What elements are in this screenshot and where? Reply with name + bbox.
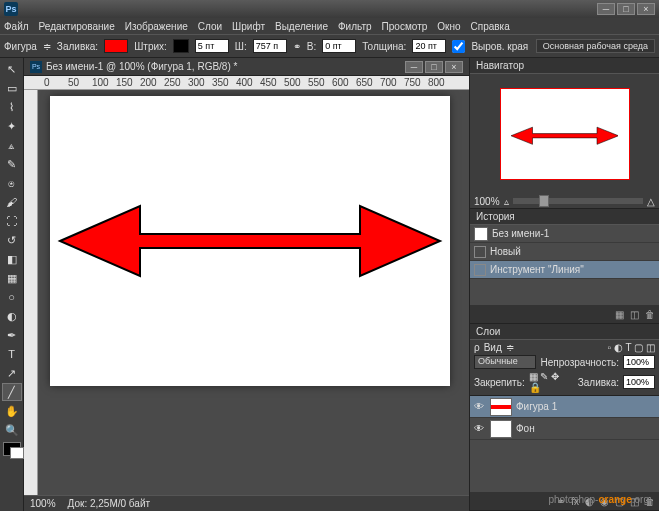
align-edges-check[interactable] (452, 40, 465, 53)
layer-name[interactable]: Фон (516, 423, 535, 434)
height-label: В: (307, 41, 316, 52)
zoom-tool[interactable]: 🔍 (2, 421, 22, 439)
options-bar: Фигура≑ Заливка: Штрих: Ш: ⚭ В: Толщина:… (0, 34, 659, 58)
ruler-vertical[interactable] (24, 90, 38, 495)
history-snapshot[interactable]: Без имени-1 (470, 225, 659, 243)
move-tool[interactable]: ↖ (2, 60, 22, 78)
marquee-tool[interactable]: ▭ (2, 79, 22, 97)
doc-close[interactable]: × (445, 61, 463, 73)
history-brush-tool[interactable]: ↺ (2, 231, 22, 249)
document-tab[interactable]: Ps Без имени-1 @ 100% (Фигура 1, RGB/8) … (24, 58, 469, 76)
menu-view[interactable]: Просмотр (382, 21, 428, 32)
layer-name[interactable]: Фигура 1 (516, 401, 557, 412)
history-step[interactable]: Новый (470, 243, 659, 261)
thickness-label: Толщина: (362, 41, 406, 52)
nav-zoom[interactable]: 100% (474, 196, 500, 207)
stamp-tool[interactable]: ⛶ (2, 212, 22, 230)
shape-mode-select[interactable]: Фигура (4, 41, 37, 52)
align-edges-label: Выров. края (471, 41, 528, 52)
eyedropper-tool[interactable]: ✎ (2, 155, 22, 173)
history-panel: История Без имени-1 Новый Инструмент "Ли… (470, 209, 659, 324)
fill-label: Заливка: (57, 41, 98, 52)
menu-help[interactable]: Справка (471, 21, 510, 32)
layers-tab[interactable]: Слои (470, 324, 659, 340)
layer-thumb[interactable] (490, 398, 512, 416)
path-tool[interactable]: ↗ (2, 364, 22, 382)
menu-select[interactable]: Выделение (275, 21, 328, 32)
titlebar: Ps ─ □ × (0, 0, 659, 18)
navigator-body[interactable] (470, 74, 659, 194)
crop-tool[interactable]: ⟁ (2, 136, 22, 154)
ruler-horizontal[interactable]: 0501001502002503003504004505005506006507… (24, 76, 469, 90)
delete-state-icon[interactable]: 🗑 (645, 309, 655, 320)
navigator-tab[interactable]: Навигатор (470, 58, 659, 74)
menu-file[interactable]: Файл (4, 21, 29, 32)
zoom-out-icon[interactable]: ▵ (504, 196, 509, 207)
color-swatches[interactable] (3, 442, 21, 456)
link-wh-icon[interactable]: ⚭ (293, 41, 301, 52)
stroke-swatch[interactable] (173, 39, 189, 53)
heal-tool[interactable]: ⍟ (2, 174, 22, 192)
fill-input[interactable] (623, 375, 655, 389)
layer-row[interactable]: 👁 Фон (470, 418, 659, 440)
close-button[interactable]: × (637, 3, 655, 15)
canvas-viewport[interactable] (38, 90, 469, 495)
menu-edit[interactable]: Редактирование (39, 21, 115, 32)
canvas[interactable] (50, 96, 450, 386)
main-area: ↖ ▭ ⌇ ✦ ⟁ ✎ ⍟ 🖌 ⛶ ↺ ◧ ▦ ○ ◐ ✒ T ↗ ╱ ✋ 🔍 … (0, 58, 659, 511)
stroke-label: Штрих: (134, 41, 167, 52)
lasso-tool[interactable]: ⌇ (2, 98, 22, 116)
maximize-button[interactable]: □ (617, 3, 635, 15)
stroke-width-input[interactable] (195, 39, 229, 53)
gradient-tool[interactable]: ▦ (2, 269, 22, 287)
pen-tool[interactable]: ✒ (2, 326, 22, 344)
panels-dock: Навигатор 100% ▵ △ История (469, 58, 659, 511)
double-arrow-shape[interactable] (50, 96, 450, 386)
menu-type[interactable]: Шрифт (232, 21, 265, 32)
layer-filter-kind[interactable]: Вид (484, 342, 502, 353)
lock-icons[interactable]: ▦ ✎ ✥ 🔒 (529, 371, 574, 393)
watermark: photoshop-orange.org (548, 489, 649, 507)
wand-tool[interactable]: ✦ (2, 117, 22, 135)
blend-mode-select[interactable]: Обычные (474, 355, 536, 369)
brush-tool[interactable]: 🖌 (2, 193, 22, 211)
layer-thumb[interactable] (490, 420, 512, 438)
dodge-tool[interactable]: ◐ (2, 307, 22, 325)
menu-layers[interactable]: Слои (198, 21, 222, 32)
navigator-thumbnail[interactable] (500, 88, 630, 180)
doc-maximize[interactable]: □ (425, 61, 443, 73)
workspace-selector[interactable]: Основная рабочая среда (536, 39, 655, 53)
snapshot-label: Без имени-1 (492, 228, 549, 239)
document-area: Ps Без имени-1 @ 100% (Фигура 1, RGB/8) … (24, 58, 469, 511)
minimize-button[interactable]: ─ (597, 3, 615, 15)
new-doc-from-state-icon[interactable]: ▦ (615, 309, 624, 320)
fill-swatch[interactable] (104, 39, 128, 53)
menu-filter[interactable]: Фильтр (338, 21, 372, 32)
type-tool[interactable]: T (2, 345, 22, 363)
zoom-level[interactable]: 100% (30, 498, 56, 509)
opacity-input[interactable] (623, 355, 655, 369)
hand-tool[interactable]: ✋ (2, 402, 22, 420)
menubar: Файл Редактирование Изображение Слои Шри… (0, 18, 659, 34)
layers-panel: Слои ρВид≑ ▫ ◐ T ▢ ◫ Обычные Непрозрачно… (470, 324, 659, 511)
visibility-icon[interactable]: 👁 (474, 401, 486, 413)
doc-info[interactable]: Док: 2,25M/0 байт (68, 498, 151, 509)
layer-row[interactable]: 👁 Фигура 1 (470, 396, 659, 418)
width-input[interactable] (253, 39, 287, 53)
thickness-input[interactable] (412, 39, 446, 53)
new-snapshot-icon[interactable]: ◫ (630, 309, 639, 320)
height-input[interactable] (322, 39, 356, 53)
opacity-label: Непрозрачность: (540, 357, 619, 368)
eraser-tool[interactable]: ◧ (2, 250, 22, 268)
history-tab[interactable]: История (470, 209, 659, 225)
visibility-icon[interactable]: 👁 (474, 423, 486, 435)
menu-window[interactable]: Окно (437, 21, 460, 32)
doc-minimize[interactable]: ─ (405, 61, 423, 73)
nav-zoom-slider[interactable] (513, 198, 643, 204)
zoom-in-icon[interactable]: △ (647, 196, 655, 207)
blur-tool[interactable]: ○ (2, 288, 22, 306)
history-step[interactable]: Инструмент "Линия" (470, 261, 659, 279)
app-logo: Ps (4, 2, 18, 16)
line-tool[interactable]: ╱ (2, 383, 22, 401)
menu-image[interactable]: Изображение (125, 21, 188, 32)
